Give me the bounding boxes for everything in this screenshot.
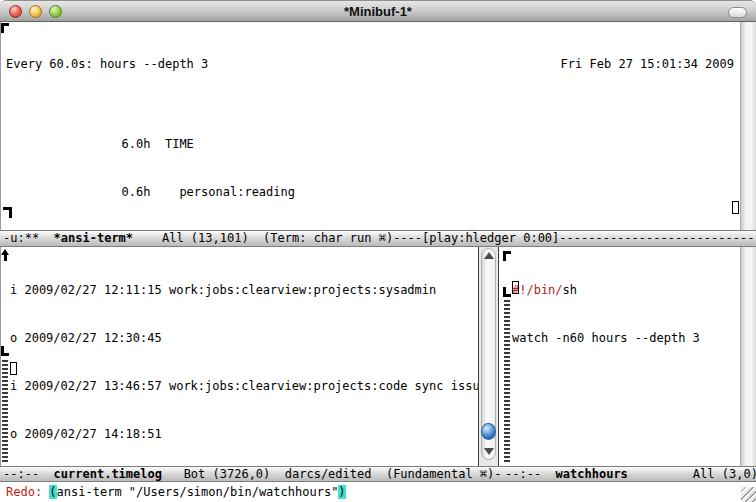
mode-line-flags: --:--: [505, 467, 556, 481]
minibuffer[interactable]: Redo: (ansi-term "/Users/simon/bin/watch…: [0, 482, 756, 502]
mode-line-flags: -u:**: [3, 231, 54, 245]
fringe-bottom-corner-icon: [3, 207, 12, 218]
timelog-scrollbar[interactable]: [478, 247, 498, 466]
timelog-entry: i 2009/02/27 12:11:15 work:jobs:clearvie…: [10, 282, 478, 298]
window-title: *Minibuf-1*: [0, 4, 756, 19]
mode-line-timelog[interactable]: --:-- current.timelog Bot (3726,0) darcs…: [0, 466, 500, 482]
timelog-window[interactable]: i 2009/02/27 12:11:15 work:jobs:clearvie…: [0, 247, 478, 466]
title-bar[interactable]: *Minibuf-1*: [0, 0, 756, 22]
buffer-name: watchhours: [556, 467, 628, 481]
timelog-entry: i 2009/02/27 13:46:57 work:jobs:clearvie…: [10, 378, 478, 394]
watch-command-text: Every 60.0s: hours --depth 3: [6, 56, 208, 72]
term-scrollbar-track[interactable]: [740, 22, 756, 230]
report-line: 0.6h personal:reading: [6, 184, 734, 200]
script-scrollbar-track[interactable]: [740, 247, 756, 466]
watch-header: Every 60.0s: hours --depth 3 Fri Feb 27 …: [6, 56, 734, 72]
timelog-hollow-cursor: [10, 362, 17, 375]
timelog-entry: o 2009/02/27 14:18:51: [10, 426, 478, 442]
script-hollow-cursor: [512, 281, 519, 294]
mode-line-flags: --:--: [3, 467, 54, 481]
mode-line-watchhours[interactable]: --:-- watchhours All (3,0): [500, 466, 756, 482]
paren-match-close: ): [338, 485, 345, 499]
buffer-name: current.timelog: [54, 467, 162, 481]
report-line: 6.0h TIME: [6, 136, 734, 152]
fringe-up-arrow-icon: [1, 249, 10, 261]
ansi-term-window[interactable]: Every 60.0s: hours --depth 3 Fri Feb 27 …: [0, 22, 740, 230]
minibuffer-command: ansi-term "/Users/simon/bin/watchhours": [57, 485, 339, 499]
timelog-entry: o 2009/02/27 12:30:45: [10, 330, 478, 346]
scrollbar-up-arrow-icon[interactable]: [484, 252, 494, 259]
fringe-bottom-angle-icon: [503, 287, 511, 297]
mode-line-ansi-term[interactable]: -u:** *ansi-term* All (13,101) (Term: ch…: [0, 230, 756, 247]
script-command-line: watch -n60 hours --depth 3: [512, 330, 700, 346]
fringe-top-angle-icon: [1, 23, 9, 33]
mode-line-status: All (3,0): [628, 467, 756, 481]
resize-grip[interactable]: [741, 487, 756, 502]
fringe-bottom-angle-icon: [1, 346, 9, 356]
watch-datetime-text: Fri Feb 27 15:01:34 2009: [561, 56, 734, 72]
mode-line-status: All (13,101) (Term: char run ⌘)----[play…: [133, 231, 756, 245]
watchhours-window[interactable]: #!/bin/sh watch -n60 hours --depth 3: [498, 247, 740, 466]
minibuffer-prompt: Redo:: [6, 485, 49, 499]
fringe-empty-lines-icon: [504, 300, 510, 463]
emacs-frame: *Minibuf-1* Every 60.0s: hours --depth 3…: [0, 0, 756, 502]
mode-line-status: Bot (3726,0) darcs/edited (Fundamental ⌘…: [162, 467, 500, 481]
shebang-interpreter: sh: [563, 283, 577, 297]
fringe-empty-lines-icon: [2, 360, 8, 463]
toolbar-toggle-button[interactable]: [728, 7, 747, 18]
scrollbar-down-arrow-icon[interactable]: [484, 448, 494, 455]
paren-match-open: (: [49, 485, 56, 499]
buffer-name: *ansi-term*: [54, 231, 133, 245]
term-hollow-cursor: [732, 201, 739, 214]
scrollbar-thumb[interactable]: [481, 423, 496, 440]
shebang-comment: #!/bin/: [512, 283, 563, 297]
fringe-top-angle-icon: [503, 251, 511, 261]
shebang-line: #!/bin/sh: [512, 282, 700, 298]
